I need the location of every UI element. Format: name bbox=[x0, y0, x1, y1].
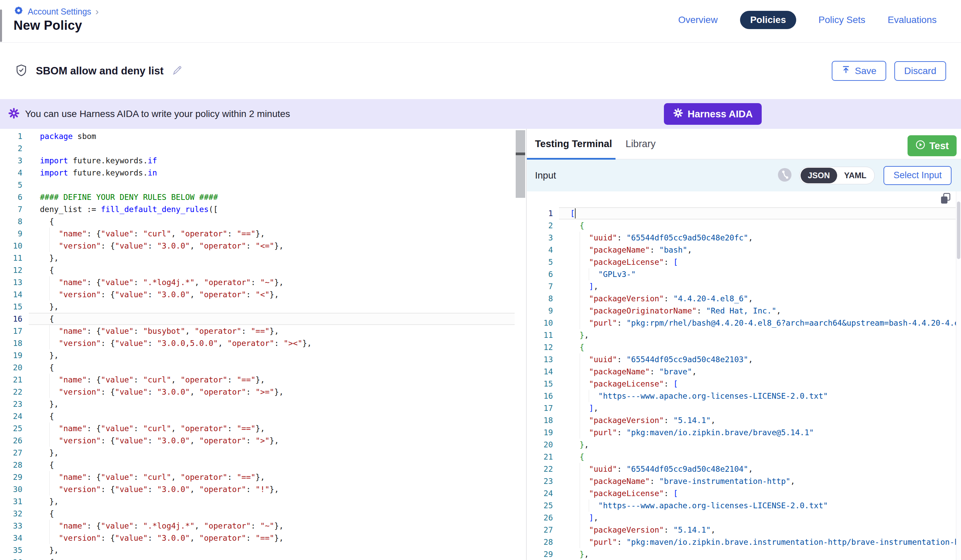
rego-editor-line-1[interactable]: 1package sbom bbox=[0, 130, 515, 142]
code-text[interactable]: }, bbox=[40, 252, 515, 264]
tab-evaluations[interactable]: Evaluations bbox=[887, 14, 937, 26]
test-button[interactable]: Test bbox=[908, 135, 956, 156]
code-text[interactable]: "packageOriginatorName": "Red Hat, Inc."… bbox=[570, 305, 956, 317]
json-editor-line-28[interactable]: 28 "purl": "pkg:maven/io.zipkin.brave.in… bbox=[527, 536, 956, 548]
code-text[interactable]: "packageLicense": [ bbox=[570, 378, 956, 390]
json-editor-line-16[interactable]: 16 "https---www.apache.org-licenses-LICE… bbox=[527, 390, 956, 402]
code-text[interactable]: "https---www.apache.org-licenses-LICENSE… bbox=[570, 390, 956, 402]
json-editor-line-19[interactable]: 19 "purl": "pkg:maven/io.zipkin.brave/br… bbox=[527, 427, 956, 439]
rego-editor-line-33[interactable]: 33 "name": {"value": ".*log4j.*", "opera… bbox=[0, 520, 515, 532]
code-text[interactable]: }, bbox=[40, 544, 515, 556]
tab-testing-terminal[interactable]: Testing Terminal bbox=[535, 138, 612, 149]
rego-editor-line-3[interactable]: 3import future.keywords.if bbox=[0, 154, 515, 167]
json-editor-line-29[interactable]: 29 }, bbox=[527, 548, 956, 560]
rego-editor-line-34[interactable]: 34 "version": {"value": "3.0.0", "operat… bbox=[0, 532, 515, 544]
code-text[interactable]: { bbox=[40, 215, 515, 228]
rego-editor-line-20[interactable]: 20 { bbox=[0, 361, 515, 374]
code-text[interactable]: "version": {"value": "3.0.0", "operator"… bbox=[40, 289, 515, 301]
code-text[interactable]: }, bbox=[570, 548, 956, 560]
rego-editor-line-30[interactable]: 30 "version": {"value": "3.0.0", "operat… bbox=[0, 483, 515, 496]
json-editor-line-5[interactable]: 5 "packageLicense": [ bbox=[527, 256, 956, 268]
code-text[interactable]: "version": {"value": "3.0.0,5.0.0", "ope… bbox=[40, 337, 515, 349]
code-text[interactable]: ], bbox=[570, 402, 956, 414]
rego-editor-line-12[interactable]: 12 { bbox=[0, 264, 515, 276]
code-text[interactable]: "purl": "pkg:maven/io.zipkin.brave.instr… bbox=[570, 536, 961, 548]
code-text[interactable]: deny_list := fill_default_deny_rules([ bbox=[40, 203, 515, 215]
code-text[interactable]: "packageLicense": [ bbox=[570, 256, 956, 268]
harness-aida-button[interactable]: Harness AIDA bbox=[664, 103, 762, 125]
code-text[interactable]: "name": {"value": "curl", "operator": "=… bbox=[40, 471, 515, 483]
code-text[interactable]: "packageVersion": "4.4.20-4.el8_6", bbox=[570, 292, 956, 305]
rego-editor-line-19[interactable]: 19 }, bbox=[0, 349, 515, 361]
json-editor-line-9[interactable]: 9 "packageOriginatorName": "Red Hat, Inc… bbox=[527, 305, 956, 317]
json-editor-line-1[interactable]: 1[ bbox=[527, 207, 956, 220]
code-text[interactable]: "version": {"value": "3.0.0", "operator"… bbox=[40, 435, 515, 447]
code-text[interactable]: }, bbox=[40, 496, 515, 508]
code-text[interactable]: { bbox=[40, 264, 515, 276]
rego-editor-line-25[interactable]: 25 "name": {"value": "curl", "operator":… bbox=[0, 422, 515, 435]
json-editor-line-11[interactable]: 11 }, bbox=[527, 329, 956, 341]
code-text[interactable]: ], bbox=[570, 512, 956, 524]
rego-editor-lines[interactable]: 1package sbom23import future.keywords.if… bbox=[0, 130, 515, 560]
code-text[interactable]: { bbox=[40, 313, 515, 325]
code-text[interactable] bbox=[40, 142, 515, 154]
policy-code-editor[interactable]: 1package sbom23import future.keywords.if… bbox=[0, 129, 527, 560]
rego-editor-line-24[interactable]: 24 { bbox=[0, 410, 515, 422]
code-text[interactable]: "GPLv3-" bbox=[570, 268, 956, 280]
code-text[interactable]: "purl": "pkg:rpm/rhel/bash@4.4.20-4.el8_… bbox=[570, 317, 961, 329]
code-text[interactable]: }, bbox=[570, 329, 956, 341]
code-text[interactable]: "packageLicense": [ bbox=[570, 487, 956, 499]
code-text[interactable]: { bbox=[40, 459, 515, 471]
code-text[interactable]: }, bbox=[40, 301, 515, 313]
code-text[interactable]: "packageVersion": "5.14.1", bbox=[570, 414, 956, 427]
code-text[interactable]: "name": {"value": "curl", "operator": "=… bbox=[40, 422, 515, 435]
code-text[interactable]: #### DEFINE YOUR DENY RULES BELOW #### bbox=[40, 191, 515, 203]
rego-editor-line-17[interactable]: 17 "name": {"value": "busybot", "operato… bbox=[0, 325, 515, 337]
save-button[interactable]: Save bbox=[832, 61, 886, 81]
json-editor-line-8[interactable]: 8 "packageVersion": "4.4.20-4.el8_6", bbox=[527, 292, 956, 305]
code-text[interactable]: "version": {"value": "3.0.0", "operator"… bbox=[40, 240, 515, 252]
tab-policies[interactable]: Policies bbox=[740, 11, 796, 29]
json-input-editor-lines[interactable]: 1[2 {3 "uuid": "65544df05cc9ad50c48e20fc… bbox=[527, 207, 956, 560]
rego-editor-line-14[interactable]: 14 "version": {"value": "3.0.0", "operat… bbox=[0, 289, 515, 301]
code-text[interactable]: { bbox=[40, 508, 515, 520]
discard-button[interactable]: Discard bbox=[894, 61, 946, 81]
editor-scrollbar-thumb[interactable] bbox=[516, 130, 525, 198]
rego-editor-line-8[interactable]: 8 { bbox=[0, 215, 515, 228]
code-text[interactable]: "name": {"value": ".*log4j.*", "operator… bbox=[40, 276, 515, 289]
format-json-option[interactable]: JSON bbox=[800, 168, 837, 183]
json-editor-line-24[interactable]: 24 "packageLicense": [ bbox=[527, 487, 956, 499]
json-editor-line-15[interactable]: 15 "packageLicense": [ bbox=[527, 378, 956, 390]
json-editor-line-27[interactable]: 27 "packageVersion": "5.14.1", bbox=[527, 524, 956, 536]
json-editor-line-12[interactable]: 12 { bbox=[527, 341, 956, 353]
json-editor-line-20[interactable]: 20 }, bbox=[527, 439, 956, 451]
rego-editor-line-22[interactable]: 22 "version": {"value": "3.0.0", "operat… bbox=[0, 386, 515, 398]
rego-editor-line-10[interactable]: 10 "version": {"value": "3.0.0", "operat… bbox=[0, 240, 515, 252]
code-text[interactable]: }, bbox=[40, 349, 515, 361]
json-editor-line-3[interactable]: 3 "uuid": "65544df05cc9ad50c48e20fc", bbox=[527, 232, 956, 244]
rego-editor-line-2[interactable]: 2 bbox=[0, 142, 515, 154]
code-text[interactable]: ], bbox=[570, 280, 956, 292]
rego-editor-line-5[interactable]: 5 bbox=[0, 179, 515, 191]
code-text[interactable]: "name": {"value": "busybot", "operator":… bbox=[40, 325, 515, 337]
code-text[interactable]: "version": {"value": "3.0.0", "operator"… bbox=[40, 483, 515, 496]
json-editor-line-14[interactable]: 14 "packageName": "brave", bbox=[527, 366, 956, 378]
code-text[interactable]: "packageName": "brave-instrumentation-ht… bbox=[570, 475, 956, 487]
rego-editor-line-21[interactable]: 21 "name": {"value": "curl", "operator":… bbox=[0, 374, 515, 386]
json-editor-line-26[interactable]: 26 ], bbox=[527, 512, 956, 524]
json-editor-line-21[interactable]: 21 { bbox=[527, 451, 956, 463]
edit-pencil-icon[interactable] bbox=[172, 64, 183, 77]
json-editor-line-6[interactable]: 6 "GPLv3-" bbox=[527, 268, 956, 280]
json-editor-line-17[interactable]: 17 ], bbox=[527, 402, 956, 414]
json-editor-line-22[interactable]: 22 "uuid": "65544df05cc9ad50c48e2104", bbox=[527, 463, 956, 475]
code-text[interactable]: { bbox=[570, 451, 956, 463]
rego-editor-line-36[interactable]: 36 { bbox=[0, 556, 515, 560]
fork-icon[interactable] bbox=[778, 168, 792, 183]
rego-editor-line-29[interactable]: 29 "name": {"value": "curl", "operator":… bbox=[0, 471, 515, 483]
json-editor-scrollbar[interactable] bbox=[956, 191, 961, 560]
code-text[interactable]: "uuid": "65544df05cc9ad50c48e2103", bbox=[570, 353, 956, 366]
rego-editor-line-18[interactable]: 18 "version": {"value": "3.0.0,5.0.0", "… bbox=[0, 337, 515, 349]
code-text[interactable]: "name": {"value": "curl", "operator": "=… bbox=[40, 228, 515, 240]
left-edge-scrollbar[interactable] bbox=[0, 10, 2, 42]
breadcrumb-account-settings-link[interactable]: Account Settings bbox=[28, 7, 92, 16]
